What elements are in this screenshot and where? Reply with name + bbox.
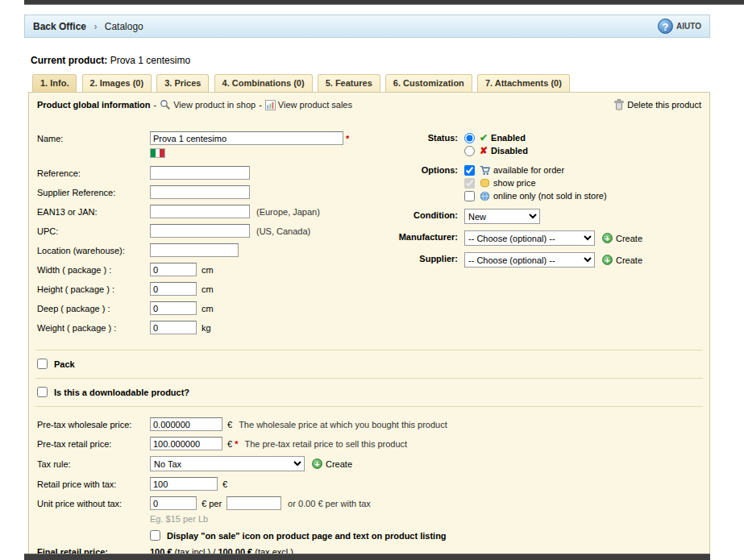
width-row: Width ( package ) : cm [37,263,380,276]
tab-features[interactable]: 5. Features [318,74,380,92]
info-form-columns: Name: * Reference: Supplier Reference: E… [29,115,709,350]
supplier-reference-label: Supplier Reference: [37,188,150,197]
view-product-in-shop-link[interactable]: View product in shop [160,99,256,110]
plus-icon: + [602,255,613,265]
unit-price-mid: € per [202,499,222,508]
unit-price-hint: Eg. $15 per Lb [150,514,701,524]
tab-images[interactable]: 2. Images (0) [82,74,152,92]
unit-price-input[interactable] [150,496,197,510]
condition-select[interactable]: New [464,209,540,224]
on-sale-checkbox[interactable] [150,530,160,541]
view-product-sales-label: View product sales [278,100,352,110]
retail-price-label: Pre-tax retail price: [37,439,150,449]
language-flag-row [150,148,380,160]
tab-bar: 1. Info. 2. Images (0) 3. Prices 4. Comb… [32,74,572,92]
tax-rule-select[interactable]: No Tax [150,456,305,471]
downloadable-checkbox[interactable] [37,387,48,397]
condition-row: Condition: New [380,209,701,224]
manufacturer-row: Manufacturer: -- Choose (optional) -- + … [380,230,701,246]
tab-combinations[interactable]: 4. Combinations (0) [214,74,313,92]
reference-input[interactable] [150,166,250,180]
price-coins-icon [480,178,490,189]
pricing-section: Pre-tax wholesale price: € The wholesale… [29,407,709,557]
status-enabled-radio[interactable] [464,133,475,143]
upc-input[interactable] [150,224,250,238]
online-only-checkbox[interactable] [464,191,475,201]
ean13-label: EAN13 or JAN: [37,207,150,217]
panel-title-dash: - [154,100,157,110]
show-price-checkbox[interactable] [464,178,475,189]
status-disabled-label: Disabled [491,146,528,156]
current-product-label: Current product: [31,55,107,66]
manufacturer-select[interactable]: -- Choose (optional) -- [464,230,595,246]
cart-icon [480,165,490,176]
retail-with-tax-input[interactable] [150,477,218,491]
retail-with-tax-row: Retail price with tax: € [37,477,701,491]
deep-row: Deep ( package ) : cm [37,301,380,315]
right-form-column: Status: ✔ Enabled ✘ Disabled Options: [380,131,701,340]
tab-info[interactable]: 1. Info. [32,74,77,92]
retail-with-tax-currency: € [222,479,227,489]
wholesale-price-label: Pre-tax wholesale price: [37,420,150,429]
current-product: Current product: Prova 1 centesimo [31,55,190,66]
upc-row: UPC: (US, Canada) [37,224,380,238]
available-for-order-checkbox[interactable] [464,165,475,176]
weight-row: Weight ( package ) : kg [37,321,380,334]
supplier-create-label: Create [616,255,642,265]
delete-product-button[interactable]: Delete this product [614,99,701,110]
supplier-row: Supplier: -- Choose (optional) -- + Crea… [380,252,701,268]
tab-attachments[interactable]: 7. Attachments (0) [477,74,570,92]
width-input[interactable] [150,263,197,276]
view-product-sales-link[interactable]: View product sales [265,100,352,110]
on-sale-row: Display "on sale" icon on product page a… [150,530,701,541]
supplier-reference-input[interactable] [150,185,250,199]
name-required-mark: * [346,134,349,143]
height-input[interactable] [150,282,197,296]
height-unit: cm [202,284,214,294]
retail-required-mark: * [235,439,238,449]
left-form-column: Name: * Reference: Supplier Reference: E… [37,131,380,340]
tab-prices[interactable]: 3. Prices [156,74,209,92]
location-input[interactable] [150,243,239,257]
name-input[interactable] [150,131,343,145]
supplier-create-button[interactable]: + Create [602,252,642,268]
retail-price-input[interactable] [150,437,222,450]
deep-input[interactable] [150,301,197,315]
downloadable-label: Is this a downloadable product? [54,388,189,397]
tax-rule-create-button[interactable]: + Create [312,458,352,469]
flag-italy-icon[interactable] [150,148,165,158]
height-label: Height ( package ) : [37,284,150,294]
help-button[interactable]: ? AIUTO [658,19,701,34]
deep-label: Deep ( package ) : [37,304,150,313]
unit-price-suffix: or 0.00 € per with tax [288,499,371,508]
weight-input[interactable] [150,321,197,334]
upc-label: UPC: [37,226,150,236]
ean13-input[interactable] [150,205,250,218]
unit-price-per-input[interactable] [227,496,281,510]
tab-customization[interactable]: 6. Customization [385,74,472,92]
delete-product-label: Delete this product [627,100,701,110]
ean13-row: EAN13 or JAN: (Europe, Japan) [37,205,380,218]
help-icon: ? [658,19,673,34]
plus-icon: + [312,458,322,469]
available-for-order-label: available for order [493,165,564,175]
plus-icon: + [602,233,613,243]
magnifier-icon [160,99,171,110]
downloadable-section: Is this a downloadable product? [29,379,709,406]
supplier-select[interactable]: -- Choose (optional) -- [464,252,595,268]
status-disabled-radio[interactable] [464,146,475,156]
pack-label: Pack [54,359,75,369]
help-label: AIUTO [676,22,701,31]
manufacturer-create-button[interactable]: + Create [602,230,642,246]
product-info-panel: Product global information - View produc… [28,92,710,560]
weight-label: Weight ( package ) : [37,323,150,333]
on-sale-label: Display "on sale" icon on product page a… [167,531,447,541]
breadcrumb-section[interactable]: Back Office [33,21,86,32]
breadcrumb-page[interactable]: Catalogo [105,21,143,32]
pack-checkbox[interactable] [37,359,48,369]
condition-label: Condition: [380,209,464,224]
supplier-reference-row: Supplier Reference: [37,185,380,199]
wholesale-price-input[interactable] [150,417,222,431]
globe-icon [480,191,490,201]
name-label: Name: [37,134,150,143]
